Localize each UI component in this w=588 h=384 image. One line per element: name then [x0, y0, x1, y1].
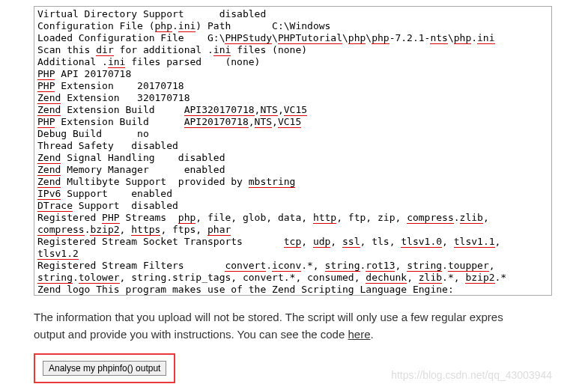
- phpinfo-line: IPv6 Support enabled: [37, 188, 548, 200]
- phpinfo-line: Registered Stream Filters convert.iconv.…: [37, 260, 548, 272]
- phpinfo-line: PHP API 20170718: [37, 68, 548, 80]
- phpinfo-line: Registered Stream Socket Transports tcp,…: [37, 236, 548, 248]
- watermark-text: https://blog.csdn.net/qq_43003944: [391, 369, 552, 381]
- phpinfo-line: Thread Safety disabled: [37, 140, 548, 152]
- phpinfo-line: Debug Build no: [37, 128, 548, 140]
- upload-description: The information that you upload will not…: [34, 309, 558, 343]
- phpinfo-line: PHP Extension Build API20170718,NTS,VC15: [37, 116, 548, 128]
- phpinfo-line: Virtual Directory Support disabled: [37, 8, 548, 20]
- phpinfo-line: Registered PHP Streams php, file, glob, …: [37, 212, 548, 224]
- phpinfo-line: Configuration File (php.ini) Path C:\Win…: [37, 20, 548, 32]
- phpinfo-line: Zend Extension 320170718: [37, 92, 548, 104]
- phpinfo-line: PHP Extension 20170718: [37, 80, 548, 92]
- phpinfo-line: compress.bzip2, https, ftps, phar: [37, 224, 548, 236]
- phpinfo-line: Zend Multibyte Support provided by mbstr…: [37, 176, 548, 188]
- analyse-button[interactable]: Analyse my phpinfo() output: [43, 361, 166, 376]
- code-link[interactable]: here: [348, 328, 370, 341]
- phpinfo-line: Scan this dir for additional .ini files …: [37, 44, 548, 56]
- phpinfo-textarea[interactable]: Virtual Directory Support disabledConfig…: [34, 6, 552, 296]
- button-highlight-box: Analyse my phpinfo() output: [34, 353, 175, 383]
- description-line2-suffix: .: [370, 328, 373, 341]
- phpinfo-line: Zend Extension Build API320170718,NTS,VC…: [37, 104, 548, 116]
- description-line2-prefix: output and provide you with instructions…: [34, 328, 348, 341]
- phpinfo-line: Zend Memory Manager enabled: [37, 164, 548, 176]
- phpinfo-line: string.tolower, string.strip_tags, conve…: [37, 272, 548, 284]
- phpinfo-line: tlsv1.2: [37, 248, 548, 260]
- description-line1: The information that you upload will not…: [34, 311, 503, 323]
- phpinfo-line: Loaded Configuration File G:\PHPStudy\PH…: [37, 32, 548, 44]
- phpinfo-line: Zend logo This program makes use of the …: [37, 284, 548, 296]
- phpinfo-line: DTrace Support disabled: [37, 200, 548, 212]
- phpinfo-line: Additional .ini files parsed (none): [37, 56, 548, 68]
- phpinfo-line: Zend Signal Handling disabled: [37, 152, 548, 164]
